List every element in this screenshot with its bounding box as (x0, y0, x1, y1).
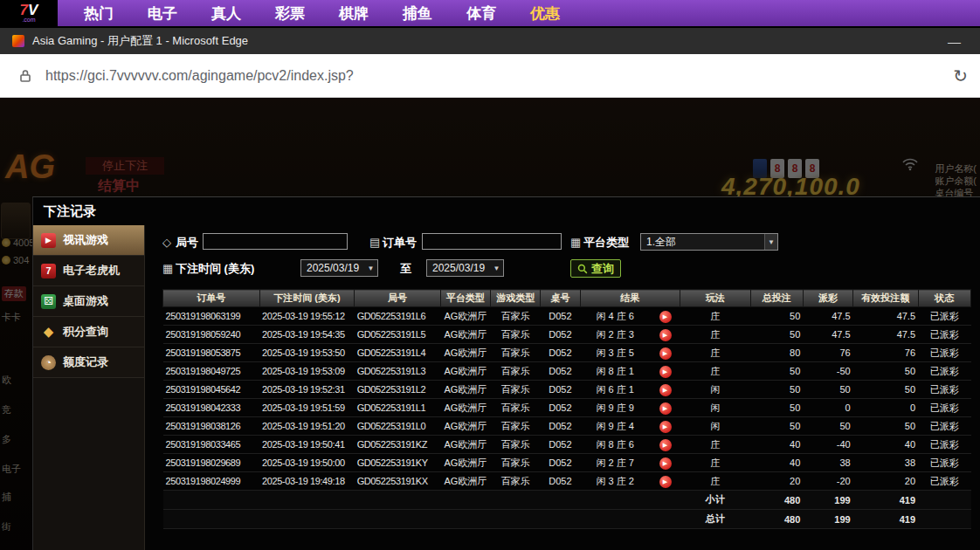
sidebar-item[interactable]: 7电子老虎机 (33, 256, 144, 286)
cell-round: GD052253191KX (355, 472, 441, 491)
cell-round: GD052253191L5 (355, 326, 441, 344)
col-header: 平台类型 (440, 290, 490, 307)
url-bar: https://gci.7vvvvvv.com/agingame/pcv2/in… (0, 54, 980, 98)
cell-platform: AG欧洲厅 (440, 454, 490, 472)
cell-playtype: 庄 (680, 307, 750, 326)
cell-play: ▶ (650, 344, 680, 362)
replay-button[interactable]: ▶ (659, 366, 672, 378)
table-row: 2503191980249992025-03-19 19:49:18GD0522… (163, 472, 971, 491)
cell-order: 250319198029689 (163, 454, 260, 472)
cell-valid: 47.5 (853, 326, 918, 344)
cell-playtype: 庄 (680, 436, 750, 454)
cell-status: 已派彩 (918, 362, 970, 381)
replay-button[interactable]: ▶ (659, 402, 672, 415)
cell-status: 已派彩 (918, 326, 970, 344)
replay-button[interactable]: ▶ (659, 347, 672, 360)
platform-type-select[interactable]: 1.全部 ▼ (640, 233, 778, 251)
sidebar-item[interactable]: ▶视讯游戏 (33, 225, 144, 256)
table-row: 2503191980334652025-03-19 19:50:41GD0522… (163, 436, 971, 454)
window-title: Asia Gaming - 用户配置 1 - Microsoft Edge (32, 33, 248, 49)
nav-item[interactable]: 捕鱼 (403, 3, 432, 24)
replay-button[interactable]: ▶ (659, 421, 672, 433)
nav-item[interactable]: 电子 (148, 3, 177, 24)
platform-type-label: 平台类型 (583, 235, 629, 251)
search-button[interactable]: 查询 (570, 259, 621, 278)
nav-item[interactable]: 体育 (466, 3, 496, 24)
cell-playtype: 庄 (680, 472, 750, 491)
cell-valid: 38 (853, 454, 918, 472)
round-number-label: 局号 (176, 235, 198, 251)
nav-item[interactable]: 真人 (211, 3, 241, 24)
subtotal-row: 小计480199419 (163, 491, 971, 510)
cell-time: 2025-03-19 19:49:18 (259, 472, 355, 491)
modal-title: 下注记录 (33, 197, 980, 224)
replay-button[interactable]: ▶ (659, 476, 672, 488)
cell-bet: 80 (750, 344, 803, 362)
order-number-input[interactable] (422, 233, 562, 250)
col-header: 桌号 (541, 290, 580, 307)
nav-item[interactable]: 热门 (84, 3, 114, 24)
cell-order: 250319198042333 (163, 399, 260, 417)
window-title-bar: Asia Gaming - 用户配置 1 - Microsoft Edge — (0, 28, 980, 54)
replay-button[interactable]: ▶ (659, 457, 672, 470)
cell-time: 2025-03-19 19:50:41 (259, 436, 355, 454)
minimize-button[interactable]: — (941, 34, 968, 49)
replay-button[interactable]: ▶ (659, 329, 672, 341)
cell-result: 闲 2 庄 7 (580, 454, 650, 472)
site-nav-items: 热门电子真人彩票棋牌捕鱼体育优惠 (0, 3, 560, 24)
cell-game: 百家乐 (491, 307, 541, 326)
sidebar-item[interactable]: ◆积分查询 (33, 317, 144, 347)
cell-round: GD052253191KY (355, 454, 441, 472)
cell-bet: 40 (750, 436, 803, 454)
sidebar-item[interactable]: ◔额度记录 (33, 347, 144, 378)
replay-button[interactable]: ▶ (659, 439, 672, 451)
sum-label: 小计 (680, 491, 750, 510)
nav-item[interactable]: 彩票 (275, 3, 305, 24)
table-row: 2503191980381262025-03-19 19:51:20GD0522… (163, 417, 971, 436)
cell-result: 闲 9 庄 4 (580, 417, 650, 436)
col-header: 游戏类型 (491, 290, 541, 307)
bet-table: 订单号下注时间 (美东)局号平台类型游戏类型桌号结果玩法总投注派彩有效投注额状态… (162, 289, 971, 529)
refresh-icon[interactable]: ↻ (953, 65, 968, 86)
cell-bet: 50 (750, 381, 803, 399)
cell-result: 闲 3 庄 5 (580, 344, 650, 362)
date-to-select[interactable]: 2025/03/19 ▼ (426, 259, 504, 277)
cell-play: ▶ (650, 362, 680, 381)
search-button-label: 查询 (591, 261, 614, 277)
cell-playtype: 庄 (680, 362, 750, 381)
sidebar-item-label: 电子老虎机 (63, 263, 120, 278)
round-number-input[interactable] (203, 233, 348, 250)
cell-time: 2025-03-19 19:54:35 (259, 326, 355, 344)
nav-item[interactable]: 棋牌 (339, 3, 369, 24)
cell-bet: 50 (750, 417, 803, 436)
cell-playtype: 闲 (680, 417, 750, 436)
sum-label: 总计 (680, 510, 750, 529)
cell-order: 250319198059240 (163, 326, 260, 344)
cell-game: 百家乐 (491, 381, 541, 399)
replay-button[interactable]: ▶ (659, 384, 672, 396)
col-header: 局号 (355, 290, 441, 307)
cell-result: 闲 8 庄 1 (580, 362, 650, 381)
date-from-select[interactable]: 2025/03/19 ▼ (300, 259, 378, 277)
url-text[interactable]: https://gci.7vvvvvv.com/agingame/pcv2/in… (45, 68, 354, 84)
sum-spacer (163, 510, 680, 529)
col-header: 状态 (918, 290, 970, 307)
cell-payout: 38 (803, 454, 852, 472)
sidebar-item-label: 视讯游戏 (63, 232, 108, 248)
sidebar-item[interactable]: ⚄桌面游戏 (33, 286, 144, 317)
replay-button[interactable]: ▶ (659, 311, 672, 323)
cell-game: 百家乐 (491, 417, 541, 436)
cell-platform: AG欧洲厅 (440, 399, 490, 417)
bet-time-label: 下注时间 (美东) (176, 261, 254, 277)
cell-playtype: 庄 (680, 344, 750, 362)
cell-bet: 40 (750, 454, 803, 472)
cell-table: D052 (541, 454, 580, 472)
cell-result: 闲 4 庄 6 (580, 307, 650, 326)
nav-item[interactable]: 优惠 (530, 3, 560, 24)
sum-payout: 199 (803, 491, 852, 510)
cell-payout: 50 (803, 417, 852, 436)
video-games-icon: ▶ (41, 233, 56, 248)
cell-play: ▶ (650, 436, 680, 454)
cell-bet: 50 (750, 326, 803, 344)
cell-status: 已派彩 (918, 436, 970, 454)
